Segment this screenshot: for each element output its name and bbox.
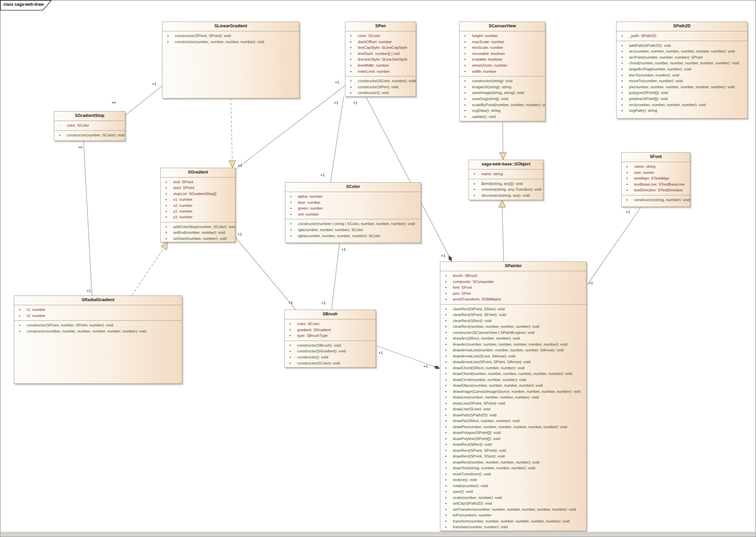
horizontal-scrollbar[interactable] <box>1 532 755 536</box>
method-row: +polyline(SPoint[]): void <box>617 96 747 102</box>
attr-text: color: SColor <box>358 33 380 39</box>
visibility-marker: + <box>445 371 447 377</box>
visibility-marker: + <box>445 501 447 507</box>
attr-text: lineWidth: number <box>358 63 389 69</box>
attr-text: height: number <box>472 33 498 39</box>
visibility-marker: + <box>350 84 352 90</box>
method-text: constructor(): void <box>297 354 328 360</box>
class-box-spen[interactable]: SPen+color: SColor+dashOffset: number+li… <box>345 22 416 97</box>
class-box-scanvasview[interactable]: SCanvasView+height: number+maxScale: num… <box>459 22 545 121</box>
visibility-marker: + <box>165 236 167 242</box>
method-text: constructor(number, number, number, numb… <box>27 328 146 335</box>
methods-compartment: +constructor(string, number): void <box>622 195 690 205</box>
visibility-marker: + <box>445 442 447 448</box>
method-text: setTransform(number, number, number, num… <box>453 507 576 513</box>
method-text: drawEllipse(number, number, number, numb… <box>453 383 543 389</box>
method-text: setEnd(number, number): void <box>173 230 225 235</box>
class-box-scolor[interactable]: SColor+alpha: number+blue: number+green:… <box>285 182 421 243</box>
class-box-spath2d[interactable]: SPath2D+_path: SPath2D+addPath(SPath2D):… <box>616 22 748 119</box>
visibility-marker: + <box>445 424 447 430</box>
method-text: clearRect(SPoint, SSize): void <box>453 306 505 312</box>
method-row: +scale(number, number): void <box>440 495 586 501</box>
visibility-marker: + <box>350 69 352 75</box>
method-text: drawRect(SPoint, SSize): void <box>453 453 505 460</box>
attr-text: gradient: SGradient <box>297 327 331 333</box>
visibility-marker: + <box>290 194 292 200</box>
method-text: rotate(number): void <box>453 483 488 489</box>
method-row: +constructor(number, number, number, num… <box>14 328 182 335</box>
method-text: drawLine(SLine): void <box>453 406 490 412</box>
method-row: +drawArrowLine(number, number, number, n… <box>440 347 586 353</box>
visibility-marker: + <box>621 43 623 49</box>
attr-text: name: string <box>481 171 503 177</box>
attr-row: +alpha: number <box>285 194 421 200</box>
method-text: constructor(number, number, number, numb… <box>175 39 264 45</box>
class-box-sgradient[interactable]: SGradient+end: SPoint+start: SPoint+stop… <box>160 168 235 242</box>
visibility-marker: + <box>621 60 623 66</box>
visibility-marker: + <box>445 279 447 285</box>
visibility-marker: + <box>445 524 447 530</box>
method-text: drawText(string, number, number, number)… <box>453 465 535 471</box>
class-box-sradialgradient[interactable]: SRadialGradient+r1: number+r2: number+co… <box>14 295 182 384</box>
class-box-saga-web-base-sobject[interactable]: saga-web-base::SObject+name: string+$emi… <box>469 160 543 200</box>
method-row: +update(): void <box>460 114 545 120</box>
visibility-marker: + <box>445 460 447 466</box>
method-text: drawArrowLine(SPoint, SPoint, SArrow): v… <box>453 359 530 365</box>
attr-row: +scalable: boolean <box>460 57 545 63</box>
visibility-marker: + <box>350 51 352 57</box>
visibility-marker: + <box>165 230 167 235</box>
visibility-marker: + <box>289 321 291 327</box>
attr-row: +type: SBrushType <box>285 333 376 339</box>
attr-row: +r1: number <box>14 307 182 313</box>
method-text: transform(number, number, number, number… <box>453 518 569 525</box>
attr-row: +y1: number <box>161 209 235 214</box>
method-text: rect(number, number, number, number): vo… <box>629 102 706 108</box>
method-text: saveImage(string, string): void <box>472 90 524 96</box>
method-row: +saveImage(string, string): void <box>460 90 545 96</box>
methods-compartment: +constructor(SBrush): void+constructor(S… <box>285 341 376 368</box>
visibility-marker: + <box>626 182 628 188</box>
method-text: arcPoint(number, number, number): SPoint <box>629 55 703 61</box>
attr-text: lineDash: number[] | null <box>358 51 400 57</box>
attr-text: end: SPoint <box>173 179 193 185</box>
method-text: chord(number, number, number, number, nu… <box>629 60 739 66</box>
visibility-marker: + <box>621 96 623 102</box>
method-text: scaleByPoint(number, number, number): vo… <box>472 102 545 108</box>
method-row: +drawArc(number, number, number, number,… <box>440 342 586 348</box>
method-row: +drawRect(number, number, number, number… <box>440 460 586 466</box>
class-box-sbrush[interactable]: SBrush+color: SColor+gradient: SGradient… <box>284 310 376 368</box>
visibility-marker: + <box>445 465 447 471</box>
method-text: connect(string, any, Function): void <box>481 187 541 193</box>
visibility-marker: + <box>473 193 476 199</box>
class-box-sgradientstop[interactable]: SGradientStop-color: SColor+constructor(… <box>54 111 125 141</box>
visibility-marker: + <box>350 39 352 45</box>
diagram-frame: +n+1+n+1+1+1+1+1+1+1+1+1+1+1+1+1+1+1 SLi… <box>0 0 756 537</box>
attr-row: +color: SColor <box>345 33 416 39</box>
method-row: +drawLine(SPoint, SPoint): void <box>440 401 586 407</box>
method-row: +drawPie(SRect, number, number): void <box>440 418 586 424</box>
attr-row: -color: SColor <box>54 123 125 129</box>
method-row: +saveSvg(string): void <box>460 96 545 102</box>
attr-row: +blue: number <box>285 200 421 206</box>
class-title: SPath2D <box>617 22 747 31</box>
attr-text: textBaseLine: STextBaseLine <box>634 182 685 188</box>
attr-text: lineCapStyle: SLineCapStyle <box>358 45 407 51</box>
class-box-spainter[interactable]: SPainter+brush: SBrush+composite: SCompo… <box>440 261 587 531</box>
method-row: +drawArc(SRect, number, number): void <box>440 336 586 342</box>
visibility-marker: + <box>289 354 291 360</box>
method-text: drawArrowLine(number, number, number, nu… <box>453 347 564 353</box>
class-box-sfont[interactable]: SFont+name: string+size: numer+textAlign… <box>621 152 690 207</box>
method-text: constructor(SColor, number): void <box>358 78 416 84</box>
class-box-slineargradient[interactable]: SLinearGradient+constructor(SPoint, SPoi… <box>162 22 300 98</box>
visibility-marker: + <box>19 322 21 328</box>
method-row: +drawImage(CanvasImageSource, number, nu… <box>440 389 586 395</box>
method-text: drawArc(number, number, number, number, … <box>453 342 567 348</box>
class-layer: SLinearGradient+constructor(SPoint, SPoi… <box>0 0 756 537</box>
attr-row: +x1: number <box>161 197 235 202</box>
methods-compartment: +constructor(number | string | SColor, n… <box>285 219 421 241</box>
visibility-marker: + <box>445 306 447 312</box>
visibility-marker: + <box>445 418 447 424</box>
method-row: +constructor(string, number): void <box>622 197 690 203</box>
visibility-marker: + <box>464 39 466 45</box>
visibility-marker: + <box>59 132 61 138</box>
